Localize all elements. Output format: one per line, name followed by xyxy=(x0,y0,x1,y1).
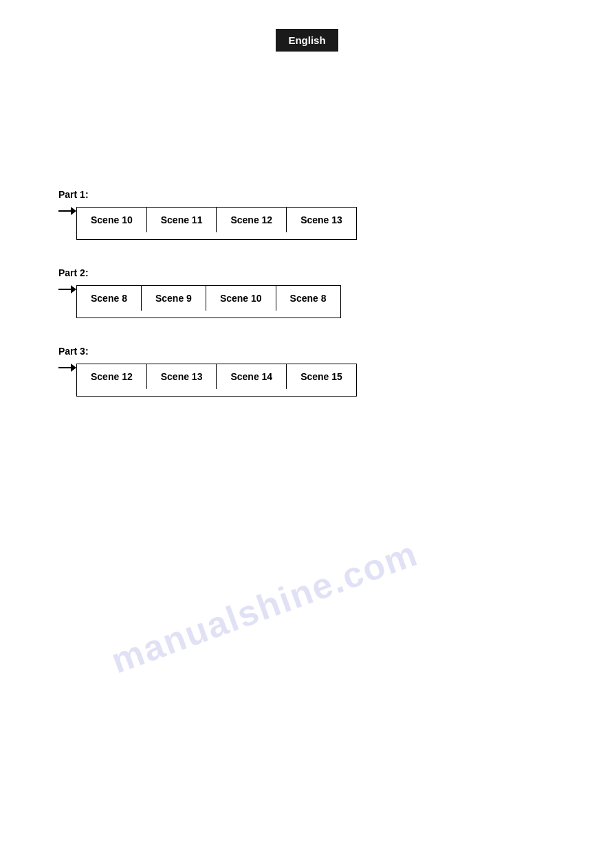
part-1-flow: Scene 10 Scene 11 Scene 12 Scene 13 xyxy=(58,207,614,240)
arrow-line-2 xyxy=(58,289,71,290)
part-1-scene-4: Scene 13 xyxy=(287,208,356,232)
watermark: manualshine.com xyxy=(106,533,423,682)
part-3-scene-box: Scene 12 Scene 13 Scene 14 Scene 15 xyxy=(76,364,357,397)
part-1-arrow xyxy=(58,207,76,215)
page-header: English xyxy=(0,0,614,52)
part-1-label: Part 1: xyxy=(58,189,614,200)
content-area: Part 1: Scene 10 Scene 11 Scene 12 Scene… xyxy=(0,189,614,397)
part-2-bottom-bar xyxy=(77,311,340,318)
part-1-scene-box: Scene 10 Scene 11 Scene 12 Scene 13 xyxy=(76,207,357,240)
part-2-scene-4: Scene 8 xyxy=(276,286,340,311)
part-2-scene-2: Scene 9 xyxy=(142,286,206,311)
part-2-flow: Scene 8 Scene 9 Scene 10 Scene 8 xyxy=(58,285,614,318)
part-2-label: Part 2: xyxy=(58,267,614,278)
part-1-scene-1: Scene 10 xyxy=(77,208,147,232)
part-1-scene-2: Scene 11 xyxy=(147,208,217,232)
part-2-scene-3: Scene 10 xyxy=(206,286,276,311)
part-3-bottom-bar xyxy=(77,389,356,396)
part-2-scenes-row: Scene 8 Scene 9 Scene 10 Scene 8 xyxy=(77,286,340,311)
part-2-section: Part 2: Scene 8 Scene 9 Scene 10 Scene 8 xyxy=(58,267,614,318)
arrow-line-3 xyxy=(58,367,71,368)
part-2-scene-1: Scene 8 xyxy=(77,286,142,311)
arrow-head xyxy=(71,207,76,215)
language-badge: English xyxy=(276,29,338,52)
part-2-scene-box: Scene 8 Scene 9 Scene 10 Scene 8 xyxy=(76,285,341,318)
part-1-scenes-row: Scene 10 Scene 11 Scene 12 Scene 13 xyxy=(77,208,356,232)
part-3-arrow xyxy=(58,364,76,372)
part-3-scenes-row: Scene 12 Scene 13 Scene 14 Scene 15 xyxy=(77,364,356,389)
part-3-section: Part 3: Scene 12 Scene 13 Scene 14 Scene… xyxy=(58,346,614,397)
part-1-scene-3: Scene 12 xyxy=(217,208,287,232)
part-3-scene-1: Scene 12 xyxy=(77,364,147,389)
part-1-bottom-bar xyxy=(77,232,356,239)
part-3-flow: Scene 12 Scene 13 Scene 14 Scene 15 xyxy=(58,364,614,397)
arrow-line xyxy=(58,210,71,212)
part-3-scene-3: Scene 14 xyxy=(217,364,287,389)
part-3-scene-2: Scene 13 xyxy=(147,364,217,389)
part-1-section: Part 1: Scene 10 Scene 11 Scene 12 Scene… xyxy=(58,189,614,240)
part-3-label: Part 3: xyxy=(58,346,614,357)
arrow-head-2 xyxy=(71,285,76,293)
arrow-head-3 xyxy=(71,364,76,372)
part-2-arrow xyxy=(58,285,76,293)
part-3-scene-4: Scene 15 xyxy=(287,364,356,389)
